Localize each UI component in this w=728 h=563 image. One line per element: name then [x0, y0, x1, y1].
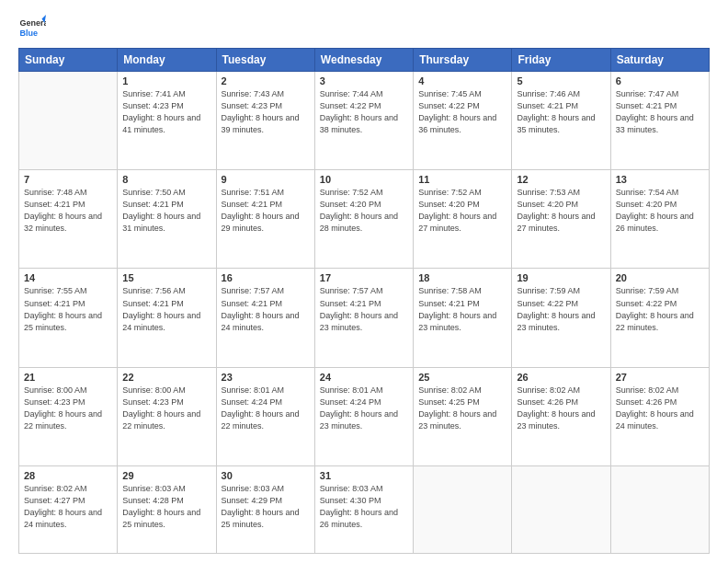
calendar-week-row: 7Sunrise: 7:48 AM Sunset: 4:21 PM Daylig… [19, 170, 710, 269]
calendar-cell: 21Sunrise: 8:00 AM Sunset: 4:23 PM Dayli… [19, 367, 118, 465]
day-number: 16 [222, 272, 310, 283]
day-info: Sunrise: 8:01 AM Sunset: 4:24 PM Dayligh… [320, 385, 408, 432]
day-number: 10 [320, 174, 408, 185]
calendar-cell: 15Sunrise: 7:56 AM Sunset: 4:21 PM Dayli… [118, 269, 216, 367]
day-info: Sunrise: 8:00 AM Sunset: 4:23 PM Dayligh… [24, 385, 112, 432]
calendar-cell: 27Sunrise: 8:02 AM Sunset: 4:26 PM Dayli… [610, 367, 709, 465]
day-info: Sunrise: 7:57 AM Sunset: 4:21 PM Dayligh… [320, 285, 408, 333]
day-info: Sunrise: 7:53 AM Sunset: 4:20 PM Dayligh… [517, 187, 605, 235]
calendar-cell: 31Sunrise: 8:03 AM Sunset: 4:30 PM Dayli… [314, 465, 413, 553]
calendar-cell: 12Sunrise: 7:53 AM Sunset: 4:20 PM Dayli… [512, 170, 610, 269]
calendar-cell: 19Sunrise: 7:59 AM Sunset: 4:22 PM Dayli… [512, 269, 610, 367]
calendar-cell: 7Sunrise: 7:48 AM Sunset: 4:21 PM Daylig… [19, 170, 118, 269]
day-info: Sunrise: 7:59 AM Sunset: 4:22 PM Dayligh… [616, 285, 704, 333]
calendar-cell: 26Sunrise: 8:02 AM Sunset: 4:26 PM Dayli… [512, 367, 610, 465]
day-info: Sunrise: 7:54 AM Sunset: 4:20 PM Dayligh… [616, 187, 704, 235]
calendar-day-header: Monday [118, 49, 216, 72]
calendar-cell: 2Sunrise: 7:43 AM Sunset: 4:23 PM Daylig… [216, 72, 314, 170]
calendar-cell: 13Sunrise: 7:54 AM Sunset: 4:20 PM Dayli… [610, 170, 709, 269]
day-number: 26 [517, 372, 605, 383]
day-info: Sunrise: 7:52 AM Sunset: 4:20 PM Dayligh… [418, 187, 506, 235]
day-info: Sunrise: 7:52 AM Sunset: 4:20 PM Dayligh… [320, 187, 408, 235]
calendar-day-header: Wednesday [314, 49, 413, 72]
calendar-cell: 3Sunrise: 7:44 AM Sunset: 4:22 PM Daylig… [314, 72, 413, 170]
calendar-week-row: 1Sunrise: 7:41 AM Sunset: 4:23 PM Daylig… [19, 72, 710, 170]
day-number: 2 [222, 75, 310, 86]
day-info: Sunrise: 7:50 AM Sunset: 4:21 PM Dayligh… [122, 187, 210, 235]
calendar-week-row: 14Sunrise: 7:55 AM Sunset: 4:21 PM Dayli… [19, 269, 710, 367]
day-info: Sunrise: 7:44 AM Sunset: 4:22 PM Dayligh… [320, 88, 408, 136]
svg-text:Blue: Blue [20, 29, 39, 38]
calendar-day-header: Tuesday [216, 49, 314, 72]
page: GeneralBlue SundayMondayTuesdayWednesday… [0, 0, 728, 563]
day-number: 4 [418, 75, 506, 86]
day-number: 7 [24, 174, 112, 185]
day-number: 29 [122, 470, 210, 481]
logo: GeneralBlue [18, 15, 46, 42]
day-info: Sunrise: 8:02 AM Sunset: 4:26 PM Dayligh… [517, 385, 605, 432]
day-number: 22 [122, 372, 210, 383]
calendar-cell: 30Sunrise: 8:03 AM Sunset: 4:29 PM Dayli… [216, 465, 314, 553]
calendar-day-header: Thursday [414, 49, 512, 72]
calendar-cell: 20Sunrise: 7:59 AM Sunset: 4:22 PM Dayli… [610, 269, 709, 367]
day-info: Sunrise: 7:56 AM Sunset: 4:21 PM Dayligh… [122, 285, 210, 333]
day-number: 13 [616, 174, 704, 185]
day-number: 23 [222, 372, 310, 383]
day-info: Sunrise: 7:45 AM Sunset: 4:22 PM Dayligh… [418, 88, 506, 136]
day-number: 12 [517, 174, 605, 185]
day-number: 6 [616, 75, 704, 86]
day-number: 31 [320, 470, 408, 481]
calendar-week-row: 21Sunrise: 8:00 AM Sunset: 4:23 PM Dayli… [19, 367, 710, 465]
calendar-cell: 16Sunrise: 7:57 AM Sunset: 4:21 PM Dayli… [216, 269, 314, 367]
calendar-cell [610, 465, 709, 553]
day-info: Sunrise: 8:02 AM Sunset: 4:27 PM Dayligh… [24, 483, 112, 531]
day-info: Sunrise: 7:46 AM Sunset: 4:21 PM Dayligh… [517, 88, 605, 136]
calendar-day-header: Friday [512, 49, 610, 72]
calendar-cell: 10Sunrise: 7:52 AM Sunset: 4:20 PM Dayli… [314, 170, 413, 269]
calendar-cell: 23Sunrise: 8:01 AM Sunset: 4:24 PM Dayli… [216, 367, 314, 465]
calendar-cell: 11Sunrise: 7:52 AM Sunset: 4:20 PM Dayli… [414, 170, 512, 269]
day-info: Sunrise: 8:03 AM Sunset: 4:30 PM Dayligh… [320, 483, 408, 531]
logo-icon: GeneralBlue [18, 15, 46, 42]
calendar-cell: 18Sunrise: 7:58 AM Sunset: 4:21 PM Dayli… [414, 269, 512, 367]
calendar-cell: 28Sunrise: 8:02 AM Sunset: 4:27 PM Dayli… [19, 465, 118, 553]
day-info: Sunrise: 8:03 AM Sunset: 4:29 PM Dayligh… [222, 483, 310, 531]
day-number: 14 [24, 272, 112, 283]
calendar-cell [512, 465, 610, 553]
calendar-cell: 29Sunrise: 8:03 AM Sunset: 4:28 PM Dayli… [118, 465, 216, 553]
calendar-cell: 4Sunrise: 7:45 AM Sunset: 4:22 PM Daylig… [414, 72, 512, 170]
day-info: Sunrise: 7:55 AM Sunset: 4:21 PM Dayligh… [24, 285, 112, 333]
day-info: Sunrise: 7:58 AM Sunset: 4:21 PM Dayligh… [418, 285, 506, 333]
day-info: Sunrise: 7:41 AM Sunset: 4:23 PM Dayligh… [122, 88, 210, 136]
calendar-week-row: 28Sunrise: 8:02 AM Sunset: 4:27 PM Dayli… [19, 465, 710, 553]
header: GeneralBlue [18, 15, 710, 42]
calendar-day-header: Saturday [610, 49, 709, 72]
calendar-cell: 6Sunrise: 7:47 AM Sunset: 4:21 PM Daylig… [610, 72, 709, 170]
day-number: 15 [122, 272, 210, 283]
day-info: Sunrise: 7:47 AM Sunset: 4:21 PM Dayligh… [616, 88, 704, 136]
day-number: 28 [24, 470, 112, 481]
day-number: 11 [418, 174, 506, 185]
day-number: 1 [122, 75, 210, 86]
calendar-day-header: Sunday [19, 49, 118, 72]
calendar-header-row: SundayMondayTuesdayWednesdayThursdayFrid… [19, 49, 710, 72]
svg-text:General: General [20, 18, 47, 28]
day-number: 27 [616, 372, 704, 383]
day-number: 19 [517, 272, 605, 283]
day-info: Sunrise: 8:03 AM Sunset: 4:28 PM Dayligh… [122, 483, 210, 531]
day-info: Sunrise: 7:57 AM Sunset: 4:21 PM Dayligh… [222, 285, 310, 333]
calendar-cell: 17Sunrise: 7:57 AM Sunset: 4:21 PM Dayli… [314, 269, 413, 367]
day-info: Sunrise: 8:02 AM Sunset: 4:25 PM Dayligh… [418, 385, 506, 432]
day-number: 17 [320, 272, 408, 283]
calendar-cell: 24Sunrise: 8:01 AM Sunset: 4:24 PM Dayli… [314, 367, 413, 465]
day-number: 24 [320, 372, 408, 383]
day-number: 18 [418, 272, 506, 283]
calendar-cell: 5Sunrise: 7:46 AM Sunset: 4:21 PM Daylig… [512, 72, 610, 170]
day-info: Sunrise: 7:51 AM Sunset: 4:21 PM Dayligh… [222, 187, 310, 235]
calendar-cell: 8Sunrise: 7:50 AM Sunset: 4:21 PM Daylig… [118, 170, 216, 269]
calendar-cell [414, 465, 512, 553]
calendar: SundayMondayTuesdayWednesdayThursdayFrid… [18, 48, 710, 554]
day-number: 21 [24, 372, 112, 383]
day-number: 30 [222, 470, 310, 481]
day-number: 5 [517, 75, 605, 86]
